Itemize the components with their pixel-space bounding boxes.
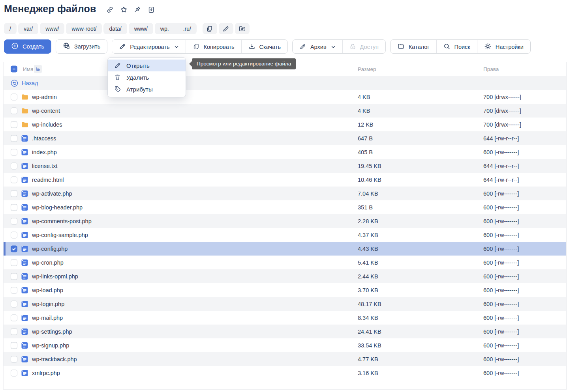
- file-name[interactable]: wp-content: [32, 108, 60, 114]
- file-export-icon[interactable]: [147, 6, 155, 13]
- download-button[interactable]: Скачать: [241, 40, 287, 54]
- row-checkbox[interactable]: [11, 162, 17, 169]
- row-checkbox[interactable]: [11, 121, 17, 128]
- row-checkbox[interactable]: [11, 273, 17, 280]
- row-checkbox[interactable]: [11, 135, 17, 142]
- catalog-button[interactable]: Каталог: [391, 40, 436, 54]
- breadcrumb-segment[interactable]: /: [4, 23, 17, 34]
- link-icon[interactable]: [106, 6, 114, 13]
- settings-button[interactable]: Настройки: [477, 40, 530, 54]
- row-checkbox[interactable]: [11, 356, 17, 362]
- file-name[interactable]: wp-config-sample.php: [32, 232, 88, 238]
- file-name[interactable]: wp-includes: [32, 121, 62, 128]
- edit-path-button[interactable]: [219, 23, 233, 34]
- row-checkbox[interactable]: [11, 176, 17, 183]
- row-checkbox[interactable]: [11, 342, 17, 349]
- folder-star-button[interactable]: [235, 23, 250, 34]
- file-name[interactable]: wp-load.php: [32, 287, 63, 293]
- table-row[interactable]: wp-load.php3.70 KB600 [-rw-------]: [4, 283, 566, 297]
- file-name[interactable]: wp-trackback.php: [32, 356, 77, 362]
- search-button[interactable]: Поиск: [436, 40, 477, 54]
- file-name[interactable]: xmlrpc.php: [32, 370, 60, 376]
- table-row[interactable]: wp-admin4 KB700 [drwx------]: [4, 90, 566, 104]
- tooltip: Просмотр или редактирование файла: [192, 58, 296, 69]
- sort-icon[interactable]: [34, 65, 42, 73]
- archive-button[interactable]: Архив: [293, 40, 342, 54]
- row-checkbox[interactable]: [11, 204, 17, 211]
- file-name[interactable]: wp-activate.php: [32, 190, 72, 197]
- row-checkbox[interactable]: [11, 149, 17, 155]
- table-row[interactable]: wp-config.php4.43 KB600 [-rw-------]: [4, 242, 566, 256]
- file-size: 2.44 KB: [358, 273, 378, 280]
- file-size: 3.70 KB: [358, 287, 378, 293]
- file-name[interactable]: wp-settings.php: [32, 329, 72, 335]
- table-row[interactable]: wp-activate.php7.04 KB600 [-rw-------]: [4, 187, 566, 200]
- row-checkbox[interactable]: [11, 218, 17, 224]
- table-row[interactable]: wp-content4 KB700 [drwx------]: [4, 104, 566, 118]
- star-icon[interactable]: [120, 6, 128, 13]
- file-name[interactable]: wp-admin: [32, 94, 57, 100]
- back-row[interactable]: Назад: [4, 76, 566, 90]
- table-row[interactable]: readme.html10.46 KB644 [-rw-r--r--]: [4, 173, 566, 187]
- menu-item-open[interactable]: Открыть: [108, 60, 186, 71]
- column-header-name[interactable]: Имя: [23, 66, 33, 72]
- copy-button[interactable]: Копировать: [186, 40, 241, 54]
- row-checkbox[interactable]: [11, 314, 17, 321]
- pen-icon: [299, 43, 306, 51]
- file-name[interactable]: wp-comments-post.php: [32, 218, 92, 224]
- table-row[interactable]: wp-login.php48.17 KB600 [-rw-------]: [4, 297, 566, 311]
- file-name[interactable]: .htaccess: [32, 135, 56, 142]
- breadcrumb-segment[interactable]: www/: [40, 23, 64, 34]
- file-name[interactable]: license.txt: [32, 163, 57, 169]
- table-row[interactable]: wp-links-opml.php2.44 KB600 [-rw-------]: [4, 269, 566, 283]
- file-name[interactable]: readme.html: [32, 177, 64, 183]
- table-row[interactable]: index.php405 B600 [-rw-------]: [4, 145, 566, 159]
- table-row[interactable]: wp-config-sample.php4.37 KB600 [-rw-----…: [4, 228, 566, 242]
- table-row[interactable]: wp-includes12 KB700 [drwx------]: [4, 118, 566, 131]
- copy-path-button[interactable]: [203, 23, 217, 34]
- file-name[interactable]: wp-login.php: [32, 301, 64, 307]
- row-checkbox[interactable]: [11, 328, 17, 335]
- table-row[interactable]: wp-blog-header.php351 B600 [-rw-------]: [4, 200, 566, 214]
- access-button[interactable]: Доступ: [342, 40, 385, 54]
- file-name[interactable]: wp-links-opml.php: [32, 273, 78, 280]
- table-row[interactable]: xmlrpc.php3.16 KB600 [-rw-------]: [4, 366, 566, 380]
- breadcrumb-segment-domain[interactable]: wp. .ru/: [155, 23, 197, 34]
- breadcrumb-segment[interactable]: data/: [103, 23, 127, 34]
- select-all-checkbox[interactable]: [11, 66, 17, 73]
- breadcrumb-segment[interactable]: www/: [129, 23, 153, 34]
- file-name[interactable]: wp-config.php: [32, 246, 68, 252]
- breadcrumb-segment[interactable]: var/: [18, 23, 38, 34]
- table-row[interactable]: wp-cron.php5.41 KB600 [-rw-------]: [4, 256, 566, 269]
- row-checkbox[interactable]: [11, 287, 17, 293]
- row-checkbox[interactable]: [11, 245, 17, 252]
- table-row[interactable]: wp-mail.php8.34 KB600 [-rw-------]: [4, 311, 566, 325]
- table-row[interactable]: wp-settings.php24.41 KB600 [-rw-------]: [4, 325, 566, 338]
- upload-button[interactable]: Загрузить: [56, 39, 107, 54]
- pin-icon[interactable]: [133, 6, 141, 13]
- file-icon: [21, 273, 28, 280]
- row-checkbox[interactable]: [11, 190, 17, 197]
- table-row[interactable]: .htaccess647 B644 [-rw-r--r--]: [4, 131, 566, 145]
- table-row[interactable]: license.txt19.45 KB644 [-rw-r--r--]: [4, 159, 566, 173]
- file-name[interactable]: wp-mail.php: [32, 315, 63, 321]
- edit-button[interactable]: Редактировать: [112, 40, 185, 54]
- row-checkbox[interactable]: [11, 370, 17, 376]
- file-name[interactable]: wp-cron.php: [32, 259, 64, 266]
- file-name[interactable]: index.php: [32, 149, 57, 155]
- file-name[interactable]: wp-blog-header.php: [32, 204, 83, 211]
- table-row[interactable]: wp-comments-post.php2.28 KB600 [-rw-----…: [4, 214, 566, 228]
- menu-item-attributes[interactable]: Атрибуты: [108, 83, 186, 95]
- create-button[interactable]: Создать: [4, 39, 51, 54]
- table-row[interactable]: wp-trackback.php4.77 KB600 [-rw-------]: [4, 352, 566, 366]
- table-row[interactable]: wp-signup.php33.54 KB600 [-rw-------]: [4, 338, 566, 352]
- menu-item-delete[interactable]: Удалить: [108, 71, 186, 83]
- row-checkbox[interactable]: [11, 93, 17, 100]
- row-checkbox[interactable]: [11, 107, 17, 114]
- breadcrumb-segment[interactable]: www-root/: [66, 23, 102, 34]
- row-checkbox[interactable]: [11, 301, 17, 307]
- row-checkbox[interactable]: [11, 231, 17, 238]
- file-icon: [21, 259, 28, 266]
- row-checkbox[interactable]: [11, 259, 17, 266]
- file-name[interactable]: wp-signup.php: [32, 342, 69, 349]
